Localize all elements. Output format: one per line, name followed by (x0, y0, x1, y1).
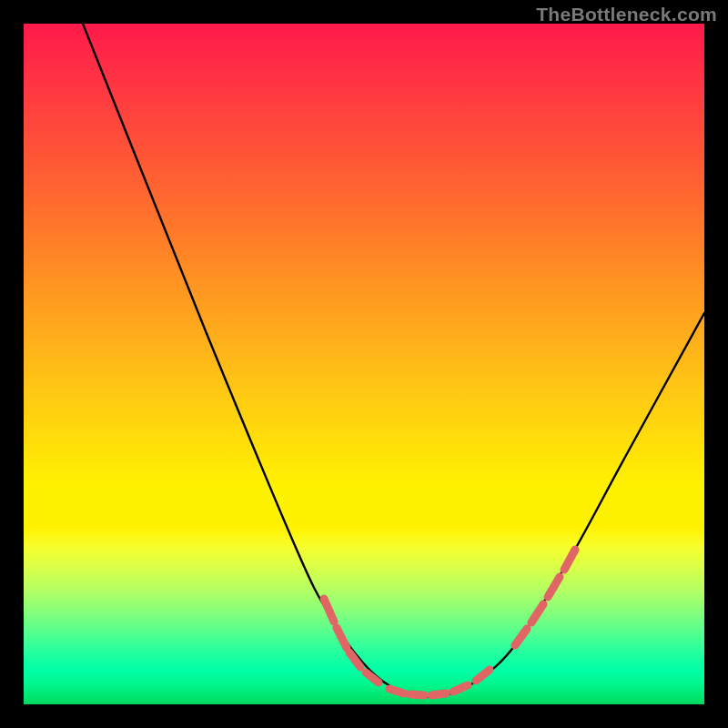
marker-layer (324, 550, 575, 695)
curve-layer (83, 24, 704, 697)
chart-plot-area (24, 24, 704, 704)
marker-dash-1 (337, 628, 347, 648)
bottleneck-curve-svg (24, 24, 704, 704)
bottleneck-curve-path (83, 24, 704, 697)
chart-frame: TheBottleneck.com (0, 0, 728, 728)
marker-dash-8 (476, 670, 490, 681)
marker-dash-4 (389, 689, 404, 693)
marker-dash-7 (453, 685, 468, 692)
marker-dash-6 (431, 693, 446, 695)
marker-dash-3 (366, 672, 379, 682)
marker-dash-10 (531, 604, 543, 622)
marker-dash-9 (515, 629, 527, 645)
watermark-label: TheBottleneck.com (536, 4, 717, 25)
marker-dash-0 (324, 599, 334, 622)
marker-dash-5 (410, 694, 424, 695)
marker-dash-12 (564, 550, 575, 570)
marker-dash-2 (349, 652, 360, 667)
marker-dash-11 (548, 577, 560, 597)
